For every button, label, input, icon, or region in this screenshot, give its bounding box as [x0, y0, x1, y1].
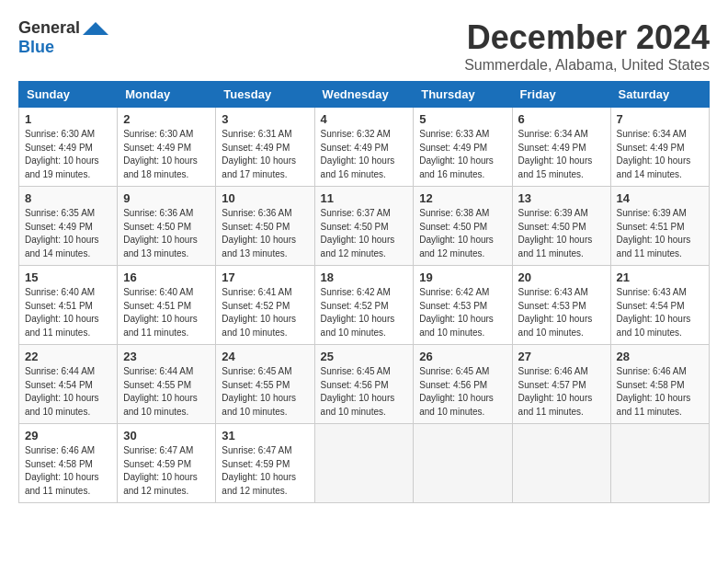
day-number: 7 — [617, 112, 703, 126]
page-header: General Blue December 2024 Summerdale, A… — [18, 18, 710, 74]
day-number: 19 — [419, 270, 506, 284]
day-number: 12 — [419, 191, 506, 205]
calendar-day-cell: 7Sunrise: 6:34 AM Sunset: 4:49 PM Daylig… — [610, 108, 709, 187]
calendar-day-cell — [512, 424, 610, 503]
day-info: Sunrise: 6:32 AM Sunset: 4:49 PM Dayligh… — [321, 128, 408, 181]
calendar-week-row: 8Sunrise: 6:35 AM Sunset: 4:49 PM Daylig… — [19, 187, 710, 266]
logo: General Blue — [18, 18, 111, 57]
calendar-title-area: December 2024 Summerdale, Alabama, Unite… — [464, 18, 710, 74]
day-number: 15 — [25, 270, 111, 284]
day-number: 28 — [617, 350, 703, 363]
calendar-day-cell: 5Sunrise: 6:33 AM Sunset: 4:49 PM Daylig… — [414, 108, 512, 187]
day-number: 10 — [222, 191, 308, 205]
calendar-day-cell: 24Sunrise: 6:45 AM Sunset: 4:55 PM Dayli… — [216, 345, 314, 424]
day-number: 23 — [123, 350, 210, 363]
calendar-day-cell: 14Sunrise: 6:39 AM Sunset: 4:51 PM Dayli… — [610, 187, 709, 266]
calendar-day-cell: 17Sunrise: 6:41 AM Sunset: 4:52 PM Dayli… — [216, 266, 314, 345]
calendar-day-cell — [314, 424, 414, 503]
day-info: Sunrise: 6:34 AM Sunset: 4:49 PM Dayligh… — [518, 128, 605, 181]
day-number: 18 — [321, 270, 408, 284]
calendar-day-cell: 11Sunrise: 6:37 AM Sunset: 4:50 PM Dayli… — [314, 187, 414, 266]
day-number: 2 — [123, 112, 210, 126]
calendar-week-row: 29Sunrise: 6:46 AM Sunset: 4:58 PM Dayli… — [19, 424, 710, 503]
day-number: 20 — [518, 270, 605, 284]
day-info: Sunrise: 6:30 AM Sunset: 4:49 PM Dayligh… — [123, 128, 210, 181]
day-number: 4 — [321, 112, 408, 126]
calendar-day-cell: 25Sunrise: 6:45 AM Sunset: 4:56 PM Dayli… — [314, 345, 414, 424]
day-info: Sunrise: 6:46 AM Sunset: 4:58 PM Dayligh… — [25, 444, 111, 498]
day-info: Sunrise: 6:46 AM Sunset: 4:58 PM Dayligh… — [617, 365, 703, 419]
day-number: 30 — [123, 429, 210, 442]
day-number: 27 — [518, 350, 605, 363]
day-number: 6 — [518, 112, 605, 126]
day-info: Sunrise: 6:31 AM Sunset: 4:49 PM Dayligh… — [222, 128, 308, 181]
calendar-header-tuesday: Tuesday — [216, 82, 314, 108]
calendar-day-cell: 4Sunrise: 6:32 AM Sunset: 4:49 PM Daylig… — [314, 108, 414, 187]
calendar-day-cell: 16Sunrise: 6:40 AM Sunset: 4:51 PM Dayli… — [118, 266, 216, 345]
calendar-day-cell: 9Sunrise: 6:36 AM Sunset: 4:50 PM Daylig… — [118, 187, 216, 266]
calendar-day-cell: 6Sunrise: 6:34 AM Sunset: 4:49 PM Daylig… — [512, 108, 610, 187]
day-number: 9 — [123, 191, 210, 205]
day-number: 14 — [617, 191, 703, 205]
calendar-header-row: SundayMondayTuesdayWednesdayThursdayFrid… — [19, 82, 710, 108]
day-info: Sunrise: 6:44 AM Sunset: 4:55 PM Dayligh… — [123, 365, 210, 419]
day-info: Sunrise: 6:43 AM Sunset: 4:53 PM Dayligh… — [518, 286, 605, 339]
day-number: 3 — [222, 112, 308, 126]
calendar-day-cell: 1Sunrise: 6:30 AM Sunset: 4:49 PM Daylig… — [19, 108, 118, 187]
day-info: Sunrise: 6:33 AM Sunset: 4:49 PM Dayligh… — [419, 128, 506, 181]
day-info: Sunrise: 6:39 AM Sunset: 4:51 PM Dayligh… — [617, 207, 703, 260]
calendar-header-thursday: Thursday — [414, 82, 512, 108]
calendar-day-cell: 3Sunrise: 6:31 AM Sunset: 4:49 PM Daylig… — [216, 108, 314, 187]
calendar-week-row: 22Sunrise: 6:44 AM Sunset: 4:54 PM Dayli… — [19, 345, 710, 424]
calendar-day-cell: 10Sunrise: 6:36 AM Sunset: 4:50 PM Dayli… — [216, 187, 314, 266]
day-info: Sunrise: 6:36 AM Sunset: 4:50 PM Dayligh… — [222, 207, 308, 260]
calendar-day-cell: 30Sunrise: 6:47 AM Sunset: 4:59 PM Dayli… — [118, 424, 216, 503]
day-number: 26 — [419, 350, 506, 363]
day-number: 11 — [321, 191, 408, 205]
day-info: Sunrise: 6:42 AM Sunset: 4:52 PM Dayligh… — [321, 286, 408, 339]
day-number: 17 — [222, 270, 308, 284]
day-info: Sunrise: 6:45 AM Sunset: 4:56 PM Dayligh… — [321, 365, 408, 419]
day-info: Sunrise: 6:34 AM Sunset: 4:49 PM Dayligh… — [617, 128, 703, 181]
day-info: Sunrise: 6:40 AM Sunset: 4:51 PM Dayligh… — [123, 286, 210, 339]
day-info: Sunrise: 6:40 AM Sunset: 4:51 PM Dayligh… — [25, 286, 111, 339]
day-info: Sunrise: 6:35 AM Sunset: 4:49 PM Dayligh… — [25, 207, 111, 260]
calendar-day-cell: 23Sunrise: 6:44 AM Sunset: 4:55 PM Dayli… — [118, 345, 216, 424]
day-number: 29 — [25, 429, 111, 442]
calendar-day-cell: 26Sunrise: 6:45 AM Sunset: 4:56 PM Dayli… — [414, 345, 512, 424]
calendar-day-cell: 21Sunrise: 6:43 AM Sunset: 4:54 PM Dayli… — [610, 266, 709, 345]
logo-text: General Blue — [18, 18, 111, 57]
svg-marker-0 — [83, 22, 108, 35]
day-number: 22 — [25, 350, 111, 363]
calendar-day-cell: 20Sunrise: 6:43 AM Sunset: 4:53 PM Dayli… — [512, 266, 610, 345]
calendar-day-cell: 27Sunrise: 6:46 AM Sunset: 4:57 PM Dayli… — [512, 345, 610, 424]
day-info: Sunrise: 6:43 AM Sunset: 4:54 PM Dayligh… — [617, 286, 703, 339]
day-info: Sunrise: 6:47 AM Sunset: 4:59 PM Dayligh… — [222, 444, 308, 498]
day-number: 24 — [222, 350, 308, 363]
day-info: Sunrise: 6:47 AM Sunset: 4:59 PM Dayligh… — [123, 444, 210, 498]
day-number: 16 — [123, 270, 210, 284]
calendar-day-cell: 8Sunrise: 6:35 AM Sunset: 4:49 PM Daylig… — [19, 187, 118, 266]
day-number: 25 — [321, 350, 408, 363]
day-number: 13 — [518, 191, 605, 205]
calendar-day-cell: 29Sunrise: 6:46 AM Sunset: 4:58 PM Dayli… — [19, 424, 118, 503]
calendar-header-wednesday: Wednesday — [314, 82, 414, 108]
calendar-day-cell: 22Sunrise: 6:44 AM Sunset: 4:54 PM Dayli… — [19, 345, 118, 424]
calendar-header-saturday: Saturday — [610, 82, 709, 108]
location-title: Summerdale, Alabama, United States — [464, 57, 710, 74]
day-info: Sunrise: 6:46 AM Sunset: 4:57 PM Dayligh… — [518, 365, 605, 419]
day-info: Sunrise: 6:39 AM Sunset: 4:50 PM Dayligh… — [518, 207, 605, 260]
calendar-day-cell: 13Sunrise: 6:39 AM Sunset: 4:50 PM Dayli… — [512, 187, 610, 266]
calendar-header-sunday: Sunday — [19, 82, 118, 108]
calendar-header-friday: Friday — [512, 82, 610, 108]
day-info: Sunrise: 6:41 AM Sunset: 4:52 PM Dayligh… — [222, 286, 308, 339]
day-number: 1 — [25, 112, 111, 126]
calendar-day-cell: 28Sunrise: 6:46 AM Sunset: 4:58 PM Dayli… — [610, 345, 709, 424]
calendar-table: SundayMondayTuesdayWednesdayThursdayFrid… — [18, 81, 710, 503]
day-number: 8 — [25, 191, 111, 205]
calendar-week-row: 15Sunrise: 6:40 AM Sunset: 4:51 PM Dayli… — [19, 266, 710, 345]
day-info: Sunrise: 6:42 AM Sunset: 4:53 PM Dayligh… — [419, 286, 506, 339]
calendar-week-row: 1Sunrise: 6:30 AM Sunset: 4:49 PM Daylig… — [19, 108, 710, 187]
calendar-day-cell: 2Sunrise: 6:30 AM Sunset: 4:49 PM Daylig… — [118, 108, 216, 187]
calendar-day-cell: 19Sunrise: 6:42 AM Sunset: 4:53 PM Dayli… — [414, 266, 512, 345]
